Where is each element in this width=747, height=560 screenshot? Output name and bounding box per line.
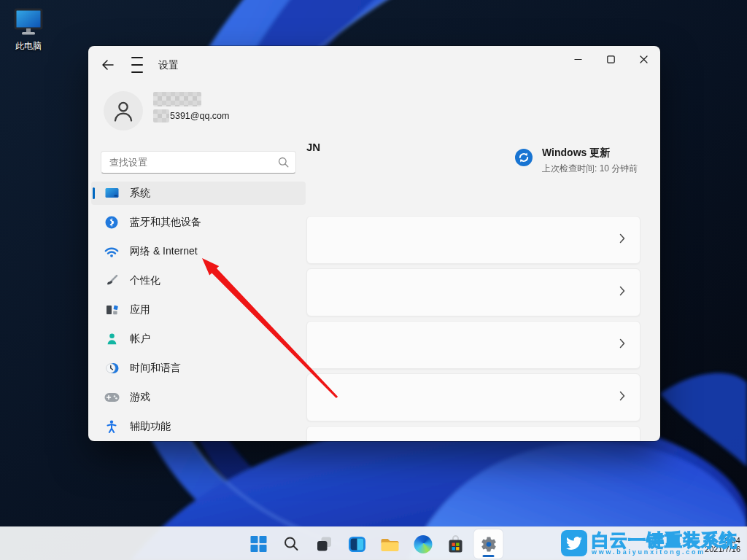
sidebar-item-accessibility[interactable]: 辅助功能 [91, 415, 306, 438]
this-pc-icon [12, 26, 45, 39]
chevron-right-icon [619, 286, 625, 299]
windows-start-icon [251, 536, 267, 552]
sidebar-item-label: 帐户 [130, 332, 150, 346]
active-app-indicator [483, 555, 495, 557]
system-icon [104, 186, 119, 201]
sidebar-item-label: 蓝牙和其他设备 [130, 216, 201, 229]
sidebar-item-label: 辅助功能 [130, 420, 171, 433]
search-input[interactable] [101, 152, 295, 173]
edge-browser-button[interactable] [409, 529, 438, 559]
task-view-button[interactable] [310, 529, 339, 559]
taskbar: 中 9:04 2021/7/16 [0, 526, 747, 560]
paintbrush-icon [104, 273, 119, 288]
chevron-right-icon [619, 233, 625, 246]
taskbar-search-button[interactable] [277, 529, 306, 559]
sidebar-item-time-language[interactable]: 时间和语言 [91, 357, 306, 380]
close-icon [640, 55, 648, 63]
sidebar-item-bluetooth-devices[interactable]: 蓝牙和其他设备 [91, 211, 306, 234]
widgets-icon [349, 536, 366, 553]
apps-icon [104, 303, 119, 317]
user-email: 5391@qq.com [153, 109, 230, 123]
task-view-icon [316, 535, 333, 553]
minimize-button[interactable] [562, 46, 595, 72]
windows-update-icon [514, 148, 533, 167]
sidebar-item-label: 网络 & Internet [130, 245, 198, 258]
settings-app-button[interactable] [474, 529, 503, 559]
device-name-partial: JN [306, 141, 320, 153]
settings-window: 设置 5391@qq.com [88, 46, 660, 441]
sidebar-item-label: 系统 [130, 187, 150, 200]
microsoft-store-button[interactable] [441, 529, 471, 559]
bluetooth-icon [104, 215, 119, 230]
sidebar-item-label: 时间和语言 [130, 362, 181, 375]
file-explorer-button[interactable] [376, 529, 405, 559]
store-icon [446, 535, 465, 553]
maximize-button[interactable] [595, 46, 627, 72]
sidebar-item-apps[interactable]: 应用 [91, 298, 306, 322]
windows-update-title: Windows 更新 [542, 147, 638, 160]
selected-indicator [93, 187, 95, 199]
settings-gear-icon [479, 535, 498, 553]
back-arrow-icon [101, 59, 115, 71]
wifi-icon [104, 244, 119, 259]
settings-search [101, 151, 296, 174]
windows-update-status: 上次检查时间: 10 分钟前 [542, 163, 638, 175]
settings-row-partial[interactable] [306, 426, 640, 441]
sidebar-item-network-internet[interactable]: 网络 & Internet [91, 240, 306, 263]
sidebar-item-label: 应用 [130, 303, 150, 316]
chevron-right-icon [619, 338, 625, 351]
back-button[interactable] [98, 55, 117, 74]
windows-update-summary[interactable]: Windows 更新 上次检查时间: 10 分钟前 [514, 147, 638, 175]
blurred-email-prefix [153, 109, 169, 122]
gamepad-icon [104, 390, 119, 405]
file-explorer-icon [381, 536, 400, 553]
minimize-icon [574, 55, 582, 63]
desktop-icon-label: 此电脑 [6, 40, 51, 52]
clock[interactable]: 9:04 2021/7/16 [705, 536, 740, 553]
sidebar-item-system[interactable]: 系统 [91, 182, 306, 205]
settings-sidebar: 系统 蓝牙和其他设备 [91, 182, 306, 441]
clock-date: 2021/7/16 [705, 545, 740, 553]
desktop: 此电脑 设置 [0, 0, 747, 560]
blurred-user-name [153, 92, 201, 106]
account-person-icon [104, 332, 119, 346]
sidebar-item-label: 游戏 [130, 391, 150, 404]
sidebar-item-personalization[interactable]: 个性化 [91, 269, 306, 292]
sidebar-item-gaming[interactable]: 游戏 [91, 386, 306, 409]
desktop-icon-this-pc[interactable]: 此电脑 [6, 7, 51, 52]
start-button[interactable] [244, 529, 274, 559]
search-icon [278, 157, 289, 171]
clock-time: 9:04 [705, 536, 740, 545]
sidebar-item-accounts[interactable]: 帐户 [91, 327, 306, 351]
settings-row[interactable] [306, 321, 640, 369]
settings-row[interactable] [306, 268, 640, 316]
maximize-icon [607, 55, 615, 63]
chevron-right-icon [619, 391, 625, 404]
close-button[interactable] [627, 46, 660, 72]
avatar [104, 91, 143, 131]
nav-menu-button[interactable] [128, 55, 147, 74]
edge-icon [414, 535, 432, 553]
accessibility-person-icon [104, 419, 119, 434]
search-icon [283, 535, 301, 553]
window-title: 设置 [158, 59, 179, 72]
sidebar-item-label: 个性化 [130, 274, 160, 287]
settings-row[interactable] [306, 216, 640, 264]
settings-row[interactable] [306, 373, 640, 421]
widgets-button[interactable] [343, 529, 372, 559]
person-icon [111, 98, 136, 123]
clock-icon [104, 361, 119, 376]
